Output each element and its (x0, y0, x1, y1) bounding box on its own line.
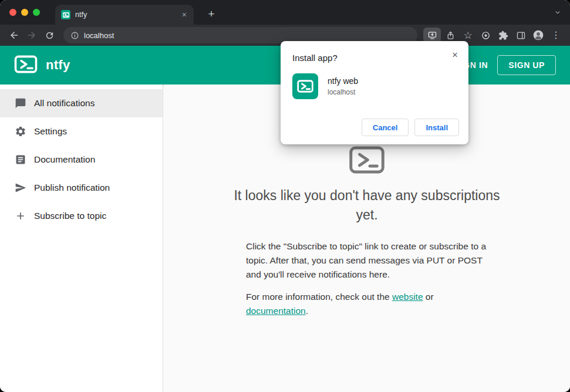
install-app-row: ntfy web localhost (281, 63, 468, 99)
sidebar-item-subscribe-to-topic[interactable]: Subscribe to topic (0, 202, 163, 230)
article-icon (14, 153, 27, 166)
extension-badge-icon[interactable] (477, 27, 494, 43)
sidebar-item-label: Settings (34, 126, 67, 137)
site-info-icon[interactable] (70, 31, 79, 40)
reload-icon[interactable] (41, 27, 58, 43)
plus-icon (14, 209, 27, 222)
forward-icon[interactable] (23, 27, 40, 43)
more-info-text: For more information, check out the (246, 292, 392, 302)
install-app-origin: localhost (328, 88, 358, 96)
ntfy-empty-state-icon (349, 146, 385, 177)
dialog-close-icon[interactable]: × (450, 48, 460, 62)
extensions-puzzle-icon[interactable] (495, 27, 511, 43)
sidebar-item-label: All notifications (34, 98, 95, 109)
close-window-button[interactable] (9, 9, 16, 16)
traffic-lights (9, 9, 40, 16)
profile-avatar[interactable] (530, 27, 547, 43)
sidebar-item-label: Documentation (34, 154, 95, 165)
ntfy-logo-icon (14, 55, 38, 76)
sidebar-item-publish-notification[interactable]: Publish notification (0, 174, 163, 202)
ntfy-favicon-icon (61, 10, 70, 19)
or-text: or (423, 292, 434, 302)
sidebar-item-settings[interactable]: Settings (0, 117, 163, 146)
gear-icon (14, 125, 27, 138)
sidebar-item-documentation[interactable]: Documentation (0, 146, 163, 174)
tab-close-icon[interactable]: × (181, 10, 188, 19)
url-text: localhost (84, 31, 114, 40)
new-tab-button[interactable]: + (204, 8, 218, 20)
zoom-window-button[interactable] (33, 9, 40, 16)
sidebar-item-label: Publish notification (34, 183, 110, 193)
empty-state-paragraph: Click the "Subscribe to topic" link to c… (246, 239, 488, 282)
tab-strip: ntfy × + (0, 0, 570, 25)
empty-state-heading: It looks like you don't have any subscri… (229, 186, 505, 225)
tab-title: ntfy (75, 11, 176, 19)
app-title: ntfy (46, 58, 70, 73)
install-app-name: ntfy web (328, 76, 358, 86)
install-app-meta: ntfy web localhost (328, 76, 358, 96)
browser-tab[interactable]: ntfy × (55, 5, 194, 25)
side-panel-icon[interactable] (512, 27, 529, 43)
ntfy-app-icon (292, 73, 318, 99)
install-dialog-title: Install app? (281, 41, 468, 63)
empty-state-links-paragraph: For more information, check out the webs… (246, 290, 488, 318)
sidebar-item-label: Subscribe to topic (34, 211, 106, 221)
chat-icon (14, 97, 27, 110)
cancel-button[interactable]: Cancel (362, 119, 409, 136)
website-link[interactable]: website (392, 292, 423, 302)
install-dialog-actions: Cancel Install (362, 119, 459, 136)
browser-window: ntfy × + localhost ☆ (0, 0, 570, 392)
install-dialog: Install app? × ntfy web localhost Cancel… (281, 41, 468, 144)
sign-up-button[interactable]: SIGN UP (497, 55, 556, 75)
install-button[interactable]: Install (414, 119, 459, 136)
browser-menu-icon[interactable]: ⋮ (548, 27, 564, 43)
tab-search-chevron-icon[interactable] (554, 8, 562, 19)
back-icon[interactable] (6, 27, 22, 43)
period-text: . (306, 306, 308, 316)
minimize-window-button[interactable] (21, 9, 28, 16)
sidebar-item-all-notifications[interactable]: All notifications (0, 89, 163, 117)
sidebar: All notifications Settings Documentation… (0, 85, 163, 392)
send-icon (14, 181, 27, 194)
documentation-link[interactable]: documentation (246, 306, 306, 316)
